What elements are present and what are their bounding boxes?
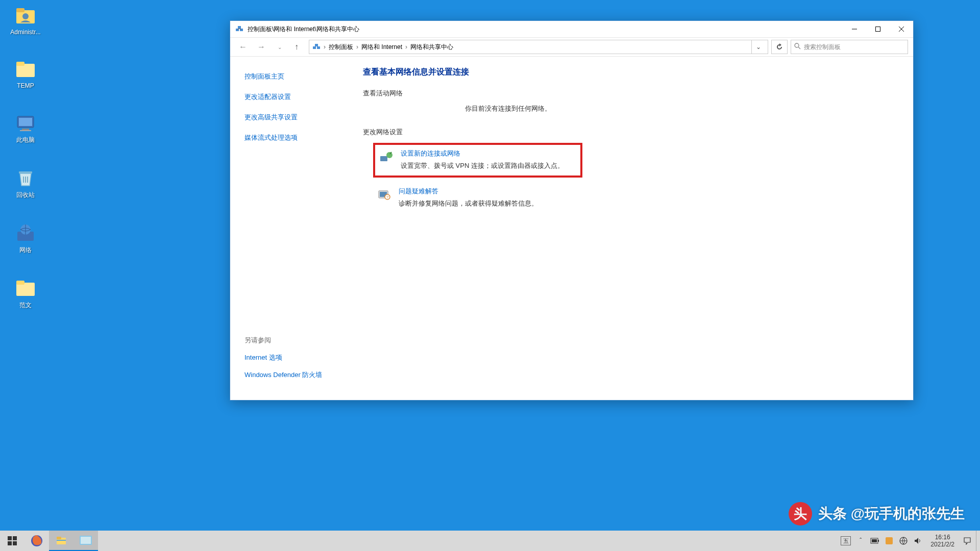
show-desktop-button[interactable] bbox=[976, 531, 980, 551]
sidebar-defender-firewall[interactable]: Windows Defender 防火墙 bbox=[244, 370, 348, 380]
breadcrumb-item[interactable]: 网络和共享中心 bbox=[408, 42, 455, 53]
sidebar-adapter-settings[interactable]: 更改适配器设置 bbox=[244, 92, 348, 102]
svg-rect-16 bbox=[238, 26, 241, 29]
svg-rect-6 bbox=[19, 118, 32, 126]
svg-point-29 bbox=[386, 152, 393, 158]
desktop-icon-network[interactable]: 网络 bbox=[3, 222, 48, 255]
svg-rect-7 bbox=[22, 129, 29, 130]
sidebar: 控制面板主页 更改适配器设置 更改高级共享设置 媒体流式处理选项 另请参阅 In… bbox=[230, 57, 348, 400]
breadcrumb-item[interactable]: 网络和 Internet bbox=[359, 42, 404, 53]
page-title: 查看基本网络信息并设置连接 bbox=[363, 67, 893, 78]
desktop-icon-label: 回收站 bbox=[16, 191, 35, 199]
svg-point-26 bbox=[795, 43, 799, 47]
watermark: 头 头条 @玩手机的张先生 bbox=[789, 502, 965, 525]
svg-rect-40 bbox=[57, 537, 61, 539]
window-body: 控制面板主页 更改适配器设置 更改高级共享设置 媒体流式处理选项 另请参阅 In… bbox=[230, 57, 913, 400]
task-setup-link[interactable]: 设置新的连接或网络 bbox=[401, 149, 564, 158]
desktop-icon-fanwen[interactable]: 范文 bbox=[3, 278, 48, 310]
desktop-icon-temp[interactable]: TEMP bbox=[3, 59, 48, 89]
ime-indicator[interactable]: 五 bbox=[841, 536, 851, 545]
setup-connection-icon bbox=[379, 150, 394, 164]
desktop-icon-recycle[interactable]: 回收站 bbox=[3, 167, 48, 199]
control-panel-window: 控制面板\网络和 Internet\网络和共享中心 ← → ⌄ ↑ › 控制面板… bbox=[230, 20, 914, 400]
svg-rect-45 bbox=[878, 540, 879, 542]
tray-date: 2021/2/2 bbox=[930, 541, 954, 548]
breadcrumb-sep: › bbox=[405, 43, 407, 51]
breadcrumb-sep: › bbox=[356, 43, 358, 51]
breadcrumb-item[interactable]: 控制面板 bbox=[327, 42, 355, 53]
volume-icon[interactable] bbox=[913, 536, 922, 545]
desktop-icons: Administr... TEMP 此电脑 回收站 网络 范文 bbox=[3, 5, 48, 310]
forward-button[interactable]: → bbox=[254, 39, 269, 55]
tray-app-icon[interactable] bbox=[885, 536, 894, 545]
desktop-icon-label: 此电脑 bbox=[16, 136, 35, 144]
breadcrumb[interactable]: › 控制面板 › 网络和 Internet › 网络和共享中心 ⌄ bbox=[309, 40, 768, 54]
desktop-icon-this-pc[interactable]: 此电脑 bbox=[3, 112, 48, 144]
battery-icon[interactable] bbox=[870, 536, 879, 545]
close-button[interactable] bbox=[890, 21, 913, 37]
network-center-icon bbox=[312, 43, 321, 51]
svg-rect-25 bbox=[315, 44, 318, 46]
window-controls bbox=[843, 21, 913, 37]
content-area: 查看基本网络信息并设置连接 查看活动网络 你目前没有连接到任何网络。 更改网络设… bbox=[348, 57, 913, 400]
titlebar[interactable]: 控制面板\网络和 Internet\网络和共享中心 bbox=[230, 21, 913, 37]
taskbar-control-panel[interactable] bbox=[74, 531, 98, 551]
network-tray-icon[interactable] bbox=[899, 536, 908, 545]
tray-chevron-up-icon[interactable]: ˆ bbox=[856, 536, 865, 545]
window-title: 控制面板\网络和 Internet\网络和共享中心 bbox=[248, 25, 843, 34]
svg-rect-47 bbox=[886, 537, 893, 544]
task-troubleshoot-link[interactable]: 问题疑难解答 bbox=[399, 187, 538, 196]
svg-rect-28 bbox=[380, 156, 387, 161]
network-center-icon bbox=[235, 25, 243, 33]
svg-rect-13 bbox=[16, 281, 24, 285]
up-button[interactable]: ↑ bbox=[290, 41, 303, 53]
clock[interactable]: 16:16 2021/2/2 bbox=[927, 534, 958, 548]
desktop-icon-label: 范文 bbox=[19, 301, 32, 310]
desktop-icon-label: TEMP bbox=[17, 82, 34, 89]
svg-point-2 bbox=[22, 13, 29, 19]
task-troubleshoot-desc: 诊断并修复网络问题，或者获得疑难解答信息。 bbox=[399, 199, 538, 208]
svg-rect-41 bbox=[57, 540, 66, 541]
svg-text:?: ? bbox=[386, 195, 389, 199]
refresh-button[interactable] bbox=[771, 40, 788, 54]
sidebar-sharing-settings[interactable]: 更改高级共享设置 bbox=[244, 113, 348, 122]
task-troubleshoot[interactable]: ? 问题疑难解答 诊断并修复网络问题，或者获得疑难解答信息。 bbox=[373, 183, 582, 213]
breadcrumb-dropdown[interactable]: ⌄ bbox=[751, 40, 765, 54]
sidebar-control-panel-home[interactable]: 控制面板主页 bbox=[244, 72, 348, 81]
section-active-networks: 查看活动网络 bbox=[363, 89, 893, 98]
svg-rect-35 bbox=[13, 536, 17, 540]
maximize-button[interactable] bbox=[866, 21, 890, 37]
breadcrumb-sep: › bbox=[324, 43, 326, 51]
taskbar-file-explorer[interactable] bbox=[49, 531, 74, 551]
recycle-bin-icon bbox=[15, 167, 36, 189]
svg-rect-4 bbox=[16, 62, 24, 66]
action-center-icon[interactable] bbox=[963, 536, 972, 545]
user-folder-icon bbox=[15, 5, 36, 27]
taskbar: 五 ˆ 16:16 2021/2/2 bbox=[0, 531, 980, 551]
sidebar-media-streaming[interactable]: 媒体流式处理选项 bbox=[244, 133, 348, 142]
taskbar-firefox[interactable] bbox=[24, 531, 49, 551]
sidebar-internet-options[interactable]: Internet 选项 bbox=[244, 353, 348, 362]
desktop-icon-admin[interactable]: Administr... bbox=[3, 5, 48, 36]
svg-rect-46 bbox=[872, 539, 877, 542]
search-input[interactable]: 搜索控制面板 bbox=[791, 40, 908, 54]
toutiao-icon: 头 bbox=[789, 502, 812, 525]
navigation-bar: ← → ⌄ ↑ › 控制面板 › 网络和 Internet › 网络和共享中心 … bbox=[230, 37, 913, 57]
task-setup-connection[interactable]: 设置新的连接或网络 设置宽带、拨号或 VPN 连接；或设置路由器或接入点。 bbox=[373, 143, 582, 178]
svg-rect-24 bbox=[317, 46, 320, 49]
desktop-icon-label: Administr... bbox=[10, 29, 40, 36]
tray-time: 16:16 bbox=[935, 534, 950, 541]
start-button[interactable] bbox=[0, 531, 24, 551]
back-button[interactable]: ← bbox=[235, 39, 251, 55]
svg-line-27 bbox=[798, 47, 800, 49]
svg-rect-20 bbox=[876, 27, 880, 32]
section-change-settings: 更改网络设置 bbox=[363, 128, 893, 137]
system-tray: 五 ˆ 16:16 2021/2/2 bbox=[837, 534, 976, 548]
svg-rect-1 bbox=[16, 8, 24, 12]
minimize-button[interactable] bbox=[843, 21, 866, 37]
svg-rect-23 bbox=[313, 46, 316, 49]
svg-rect-9 bbox=[19, 171, 32, 173]
search-icon bbox=[794, 43, 801, 51]
network-globe-icon bbox=[15, 222, 36, 244]
recent-dropdown[interactable]: ⌄ bbox=[272, 39, 287, 55]
